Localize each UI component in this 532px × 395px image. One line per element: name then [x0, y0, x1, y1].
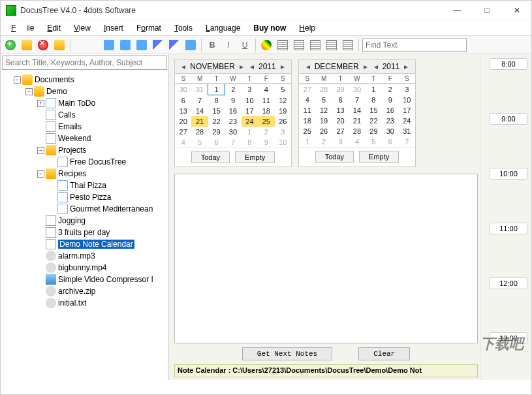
calendar-day[interactable]: 9	[258, 137, 274, 148]
menu-file[interactable]: File	[6, 22, 39, 34]
today-button[interactable]: Today	[315, 151, 354, 163]
highlight-button[interactable]	[167, 38, 181, 52]
calendar-day[interactable]: 31	[191, 84, 208, 95]
calendar-day[interactable]: 19	[275, 106, 291, 116]
tree-jogging[interactable]: Jogging	[37, 215, 167, 227]
tree-compressor[interactable]: Simple Video Compressor I	[37, 274, 167, 285]
tree-projects[interactable]: −Projects	[37, 144, 167, 156]
tree-alarm[interactable]: alarm.mp3	[37, 250, 167, 262]
calendar-day[interactable]: 26	[275, 116, 291, 127]
next-year-icon[interactable]: ▸	[402, 62, 410, 71]
calendar-day[interactable]: 6	[208, 137, 225, 148]
calendar-day[interactable]: 24	[399, 116, 415, 126]
calendar-day[interactable]: 10	[399, 95, 415, 105]
calendar-day[interactable]: 29	[366, 126, 382, 136]
calendar-day[interactable]: 27	[332, 126, 349, 136]
empty-button[interactable]: Empty	[235, 151, 275, 163]
menu-format[interactable]: Format	[131, 22, 166, 34]
get-next-notes-button[interactable]: Get Next Notes	[242, 347, 332, 360]
calendar-day[interactable]: 22	[208, 116, 225, 127]
calendar-day[interactable]: 21	[191, 116, 208, 127]
note-editor[interactable]	[174, 174, 478, 343]
calendar-day[interactable]: 5	[275, 84, 291, 95]
today-button[interactable]: Today	[191, 151, 230, 163]
menu-tools[interactable]: Tools	[169, 22, 198, 34]
calendar-day[interactable]: 7	[191, 95, 208, 106]
calendar-day[interactable]: 2	[258, 127, 274, 137]
tree-initial[interactable]: initial.txt	[37, 297, 167, 309]
align-center-button[interactable]	[292, 38, 306, 52]
calendar-day[interactable]: 28	[349, 126, 365, 136]
time-slot[interactable]: 8:00	[490, 58, 527, 70]
calendar-day[interactable]: 21	[349, 116, 365, 126]
prev-month-icon[interactable]: ◂	[304, 62, 312, 71]
calendar-day[interactable]: 17	[242, 106, 258, 116]
calendar-day[interactable]: 12	[315, 105, 332, 116]
calendar-day[interactable]: 23	[225, 116, 241, 127]
minimize-button[interactable]: —	[448, 4, 466, 17]
calendar-day[interactable]: 15	[366, 105, 382, 116]
italic-button[interactable]: I	[221, 38, 236, 52]
calendar-day[interactable]: 10	[242, 95, 258, 106]
open-folder-button[interactable]	[52, 38, 67, 52]
calendar-day[interactable]: 19	[315, 116, 332, 126]
tree-gourmet[interactable]: Gourmet Mediterranean	[49, 203, 167, 215]
calendar-day[interactable]: 26	[315, 126, 332, 136]
tree-pesto-pizza[interactable]: Pesto Pizza	[49, 191, 167, 203]
menu-view[interactable]: View	[69, 22, 96, 34]
calendar-day[interactable]: 3	[242, 84, 258, 95]
calendar-december[interactable]: ◂ DECEMBER ▸ ◂ 2011 ▸ SMTWTFS27282930123…	[298, 59, 416, 167]
calendar-day[interactable]: 2	[315, 136, 332, 147]
calendar-day[interactable]: 4	[258, 84, 274, 95]
calendar-day[interactable]: 3	[275, 127, 291, 137]
calendar-day[interactable]: 7	[399, 136, 415, 147]
underline-button[interactable]: U	[238, 38, 252, 52]
calendar-day[interactable]: 20	[175, 116, 191, 127]
calendar-day[interactable]: 27	[299, 84, 315, 95]
prev-month-icon[interactable]: ◂	[180, 62, 187, 71]
tree-thai-pizza[interactable]: Thai Pizza	[49, 180, 167, 191]
tree-root[interactable]: −Documents	[14, 74, 167, 86]
calendar-day[interactable]: 1	[366, 84, 382, 95]
calendar-day[interactable]: 1	[242, 127, 258, 137]
calendar-day[interactable]: 13	[332, 105, 349, 116]
calendar-day[interactable]: 14	[191, 106, 208, 116]
time-slot[interactable]: 12:00	[490, 277, 527, 289]
empty-button[interactable]: Empty	[359, 151, 399, 163]
time-slot[interactable]: 13:00	[490, 332, 527, 344]
list-button[interactable]	[324, 38, 339, 52]
tree-free-docustree[interactable]: Free DocusTree	[49, 156, 167, 168]
menu-language[interactable]: Language	[200, 22, 245, 34]
calendar-day[interactable]: 25	[299, 126, 315, 136]
calendar-day[interactable]: 3	[399, 84, 415, 95]
menu-buy-now[interactable]: Buy now	[248, 22, 291, 34]
prev-year-icon[interactable]: ◂	[248, 62, 256, 71]
new-folder-button[interactable]	[20, 38, 34, 52]
calendar-day[interactable]: 6	[175, 95, 191, 106]
calendar-day[interactable]: 7	[349, 95, 365, 105]
close-button[interactable]: ✕	[508, 4, 526, 17]
maximize-button[interactable]: □	[478, 4, 496, 17]
calendar-day[interactable]: 1	[208, 84, 225, 95]
calendar-day[interactable]: 9	[225, 95, 241, 106]
nav-back-button[interactable]	[102, 38, 116, 52]
calendar-day[interactable]: 5	[315, 95, 332, 105]
calendar-day[interactable]: 30	[382, 126, 398, 136]
calendar-day[interactable]: 6	[382, 136, 398, 147]
calendar-day[interactable]: 17	[399, 105, 415, 116]
next-year-icon[interactable]: ▸	[279, 62, 287, 71]
tree-emails[interactable]: Emails	[37, 121, 167, 133]
calendar-day[interactable]: 15	[208, 106, 225, 116]
find-input[interactable]	[362, 39, 467, 52]
calendar-day[interactable]: 16	[225, 106, 241, 116]
calendar-day[interactable]: 6	[332, 95, 349, 105]
tree-archive[interactable]: archive.zip	[37, 285, 167, 297]
calendar-november[interactable]: ◂ NOVEMBER ▸ ◂ 2011 ▸ SMTWTFS30311234567…	[174, 59, 292, 167]
nav-back-all-button[interactable]	[118, 38, 133, 52]
calendar-day[interactable]: 7	[225, 137, 241, 148]
tree-bigbunny[interactable]: bigbunny.mp4	[37, 262, 167, 274]
prev-year-icon[interactable]: ◂	[372, 62, 380, 71]
calendar-day[interactable]: 10	[275, 137, 291, 148]
color-button[interactable]	[259, 38, 274, 52]
calendar-day[interactable]: 18	[258, 106, 274, 116]
